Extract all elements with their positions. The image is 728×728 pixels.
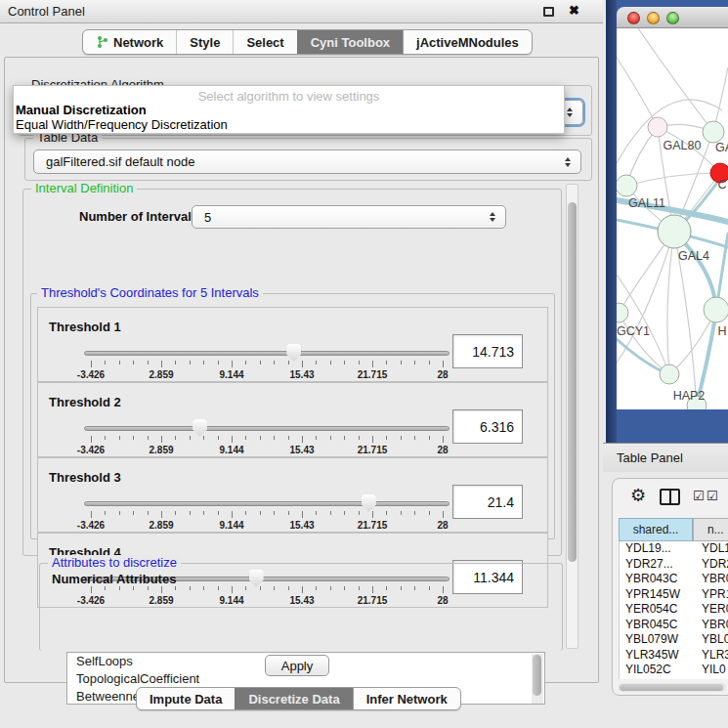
threshold-value-field[interactable]: 14.713 bbox=[452, 334, 523, 368]
table-cell[interactable]: YBR045C bbox=[620, 618, 694, 633]
slider-tick bbox=[190, 361, 191, 364]
list-vertical-scrollbar[interactable] bbox=[532, 654, 543, 705]
node-table: shared... n... YDL19...YDL1YDR27...YDR2Y… bbox=[619, 518, 728, 679]
close-traffic-light-icon[interactable] bbox=[627, 12, 640, 24]
slider-tick bbox=[245, 511, 246, 515]
slider-thumb[interactable] bbox=[193, 419, 207, 437]
table-cell[interactable]: YLR345W bbox=[620, 648, 694, 664]
table-cell[interactable]: YBR043C bbox=[620, 572, 694, 587]
table-horizontal-scrollbar[interactable] bbox=[619, 683, 726, 692]
network-node[interactable] bbox=[617, 175, 637, 196]
tab-impute-data[interactable]: Impute Data bbox=[137, 688, 235, 709]
table-cell[interactable]: YDL1 bbox=[694, 541, 728, 557]
table-cell[interactable]: YBL079W bbox=[620, 632, 694, 648]
threshold-panel: Threshold 3 -3.4262.8599.14415.4321.7152… bbox=[37, 457, 548, 533]
slider-tick bbox=[344, 436, 345, 440]
threshold-value-field[interactable]: 21.4 bbox=[452, 485, 523, 519]
column-header-name[interactable]: n... bbox=[693, 518, 728, 541]
table-cell[interactable]: YIL052C bbox=[620, 663, 694, 678]
checkbox-icon[interactable]: ☑ bbox=[707, 489, 718, 503]
split-table-icon[interactable] bbox=[660, 489, 680, 505]
table-row[interactable]: YLR345WYLR3 bbox=[620, 648, 728, 664]
threshold-slider[interactable]: -3.4262.8599.14415.4321.71528 bbox=[91, 418, 443, 457]
spinner-arrows-icon bbox=[567, 107, 574, 117]
network-node[interactable] bbox=[704, 297, 728, 322]
number-of-intervals-label: Number of Intervals bbox=[79, 209, 198, 224]
network-node[interactable] bbox=[660, 364, 679, 384]
table-row[interactable]: YBR043CYBR0 bbox=[620, 572, 728, 587]
tab-label: Style bbox=[190, 35, 220, 50]
scrollbar-thumb[interactable] bbox=[620, 684, 723, 691]
popup-option-manual-discretization[interactable]: Manual Discretization bbox=[16, 103, 147, 117]
tab-infer-network[interactable]: Infer Network bbox=[353, 688, 460, 709]
threshold-slider[interactable]: -3.4262.8599.14415.4321.71528 bbox=[91, 493, 443, 533]
zoom-traffic-light-icon[interactable] bbox=[666, 12, 679, 24]
slider-thumb[interactable] bbox=[286, 344, 301, 362]
threshold-slider[interactable]: -3.4262.8599.14415.4321.71528 bbox=[91, 343, 443, 382]
slider-tick-label: 2.859 bbox=[149, 445, 173, 455]
top-tabbar: Network Style Select Cyni Toolbox jActiv… bbox=[82, 29, 533, 55]
scrollbar-thumb[interactable] bbox=[568, 202, 577, 562]
table-row[interactable]: YBL079WYBL0 bbox=[620, 632, 728, 648]
tab-cyni-toolbox[interactable]: Cyni Toolbox bbox=[297, 30, 403, 54]
table-cell[interactable]: YDL19... bbox=[620, 541, 694, 557]
slider-tick-label: 9.144 bbox=[219, 369, 243, 380]
table-cell[interactable]: YIL0 bbox=[694, 663, 728, 678]
column-header-shared-name[interactable]: shared... bbox=[619, 518, 693, 541]
threshold-value-field[interactable]: 6.316 bbox=[452, 409, 523, 444]
network-node[interactable] bbox=[658, 215, 691, 248]
table-cell[interactable]: YDR2 bbox=[694, 557, 728, 573]
slider-tick bbox=[148, 436, 149, 440]
table-row[interactable]: YDR27...YDR2 bbox=[620, 557, 728, 573]
tab-label: jActiveMNodules bbox=[416, 35, 519, 50]
slider-thumb[interactable] bbox=[362, 494, 376, 512]
close-icon[interactable]: ✖ bbox=[569, 3, 579, 18]
table-cell[interactable]: YPR1 bbox=[694, 587, 728, 603]
checkbox-icon[interactable]: ☑ bbox=[693, 489, 705, 503]
table-row[interactable]: YPR145WYPR1 bbox=[620, 587, 728, 603]
table-cell[interactable]: YBL0 bbox=[694, 632, 728, 648]
slider-tick bbox=[372, 436, 373, 443]
network-canvas[interactable]: GAL80GAGAL11CGAL4GCY1HHAP2 bbox=[617, 28, 728, 409]
slider-tick-label: 15.43 bbox=[289, 520, 314, 531]
scrollbar-thumb[interactable] bbox=[533, 655, 541, 696]
slider-tick-label: 15.43 bbox=[289, 369, 314, 380]
gear-icon[interactable]: ⚙ bbox=[630, 485, 646, 506]
table-cell[interactable]: YLR3 bbox=[694, 648, 728, 664]
table-cell[interactable]: YER054C bbox=[620, 602, 694, 618]
main-vertical-scrollbar[interactable] bbox=[566, 184, 578, 649]
tab-jactivemnodules[interactable]: jActiveMNodules bbox=[403, 30, 532, 54]
table-row[interactable]: YDL19...YDL1 bbox=[620, 541, 728, 557]
table-cell[interactable]: YBR0 bbox=[694, 572, 728, 587]
network-node-label: GAL80 bbox=[664, 139, 702, 152]
right-dock: GAL80GAGAL11CGAL4GCY1HHAP2 Table Panel ⚙… bbox=[603, 0, 728, 728]
slider-tick bbox=[359, 361, 360, 364]
slider-tick bbox=[274, 436, 275, 440]
network-node[interactable] bbox=[648, 117, 667, 137]
network-node[interactable] bbox=[703, 121, 724, 143]
table-cell[interactable]: YER0 bbox=[694, 602, 728, 618]
table-row[interactable]: YER054CYER0 bbox=[620, 602, 728, 618]
slider-tick-label: 21.715 bbox=[358, 520, 388, 531]
slider-tick-label: 28 bbox=[437, 520, 448, 531]
table-cell[interactable]: YDR27... bbox=[620, 557, 694, 573]
bottom-tabbar: Impute Data Discretize Data Infer Networ… bbox=[136, 687, 461, 710]
number-of-intervals-combobox[interactable]: 5 bbox=[192, 205, 506, 229]
popup-option-equal-width-frequency[interactable]: Equal Width/Frequency Discretization bbox=[16, 117, 228, 132]
tab-network[interactable]: Network bbox=[83, 30, 176, 54]
network-window-titlebar[interactable] bbox=[617, 7, 728, 28]
table-cell[interactable]: YBR0 bbox=[694, 618, 728, 633]
table-cell[interactable]: YPR145W bbox=[620, 587, 694, 603]
network-node[interactable] bbox=[617, 303, 628, 322]
minimize-traffic-light-icon[interactable] bbox=[647, 12, 660, 24]
float-window-icon[interactable] bbox=[543, 7, 554, 17]
tab-discretize-data[interactable]: Discretize Data bbox=[235, 688, 352, 709]
tab-style[interactable]: Style bbox=[176, 30, 233, 54]
network-edge bbox=[619, 313, 669, 374]
tab-select[interactable]: Select bbox=[233, 30, 296, 54]
table-row[interactable]: YIL052CYIL0 bbox=[620, 663, 728, 678]
table-row[interactable]: YBR045CYBR0 bbox=[620, 618, 728, 633]
network-icon bbox=[96, 35, 108, 49]
table-data-combobox[interactable]: galFiltered.sif default node bbox=[33, 150, 581, 174]
apply-button[interactable]: Apply bbox=[265, 655, 329, 676]
